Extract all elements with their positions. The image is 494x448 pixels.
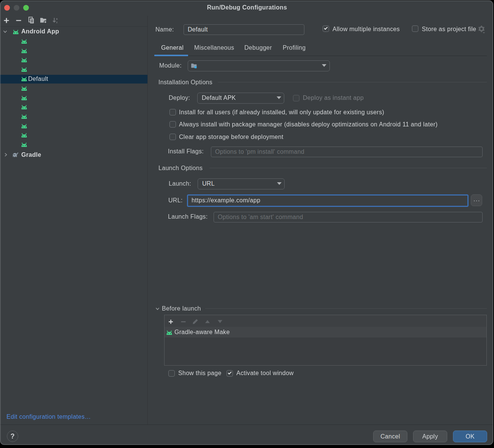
svg-text:z: z xyxy=(56,21,58,24)
